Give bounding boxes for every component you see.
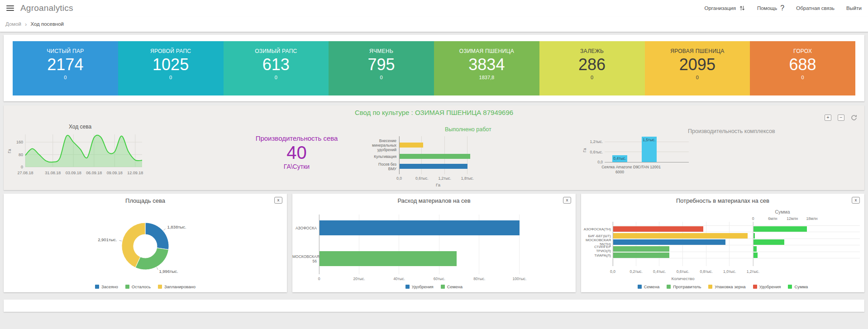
- area-plot: 08016027.08.1831.08.1803.09.1806.09.1809…: [10, 132, 146, 178]
- legend-swatch: [95, 285, 99, 289]
- breadcrumb: Домой › Ход посевной: [0, 16, 868, 32]
- complex-title: Производительность комплексов: [688, 128, 775, 134]
- y-tick-label: 160: [16, 140, 23, 144]
- qty-bar: [613, 253, 669, 258]
- zoom-in-button[interactable]: +: [825, 114, 831, 121]
- nav-help[interactable]: Помощь ?: [757, 4, 784, 12]
- tile-sub: 0: [750, 75, 855, 80]
- menu-icon[interactable]: [6, 5, 14, 11]
- legend-item[interactable]: Протравитель: [667, 284, 701, 289]
- legend-label: Семена: [644, 284, 660, 289]
- legend-swatch: [708, 285, 712, 289]
- legend-label: Осталось: [132, 284, 151, 289]
- refresh-icon: [851, 114, 857, 121]
- legend-label: Удобрения: [759, 284, 781, 289]
- kpi-tile[interactable]: ЗАЛЕЖЬ2860: [539, 41, 645, 95]
- tile-label: ЯРОВОЙ РАПС: [118, 48, 224, 54]
- consumption-legend: УдобренияСемена: [292, 284, 576, 289]
- nav-organization[interactable]: Организация: [705, 5, 745, 11]
- legend-item[interactable]: Упаковка зерна: [708, 284, 745, 289]
- x-axis-label: Га: [399, 182, 477, 187]
- tile-sub: 0: [645, 75, 750, 80]
- sum-bar: [754, 233, 755, 238]
- legend-swatch: [405, 285, 410, 289]
- x-tick-label: 0,2тыс.: [625, 269, 648, 274]
- legend-item[interactable]: Семена: [441, 284, 463, 289]
- qty-axis-label: Количество: [613, 276, 753, 281]
- legend-label: Упаковка зерна: [715, 284, 745, 289]
- legend-label: Запланировано: [164, 284, 196, 289]
- need-legend: СеменаПротравительУпаковка зернаУдобрени…: [581, 284, 864, 289]
- legend-swatch: [158, 285, 162, 289]
- x-tick-label: 06.09.18: [86, 171, 102, 175]
- kpi-tile[interactable]: ЯРОВОЙ РАПС10250: [118, 41, 224, 95]
- donut-slice: [145, 223, 169, 250]
- sum-bar: [754, 246, 757, 252]
- productivity-block: Производительность сева 40 ГА\Сутки: [243, 134, 350, 170]
- sum-tick-label: 6млн: [764, 216, 781, 221]
- tile-label: ЧИСТЫЙ ПАР: [13, 48, 118, 54]
- legend-swatch: [788, 285, 792, 289]
- nav-help-label: Помощь: [757, 5, 777, 11]
- kpi-tile[interactable]: ГОРОХ6880: [750, 41, 855, 95]
- legend-swatch: [667, 285, 671, 289]
- refresh-button[interactable]: [851, 114, 857, 121]
- tile-label: ЯРОВАЯ ПШЕНИЦА: [645, 48, 750, 54]
- kpi-tile[interactable]: ОЗИМЫЙ РАПС6130: [224, 41, 329, 95]
- legend-item[interactable]: Засеяно: [95, 284, 118, 289]
- legend-item[interactable]: Удобрения: [405, 284, 434, 289]
- app-title: Agroanalytics: [20, 3, 73, 13]
- kpi-tile[interactable]: ЧИСТЫЙ ПАР21740: [13, 41, 118, 95]
- tile-sub: 1837,8: [434, 75, 539, 80]
- tile-value: 795: [329, 55, 434, 74]
- legend-label: Протравитель: [673, 284, 701, 289]
- breadcrumb-current: Ход посевной: [30, 21, 64, 27]
- label-tick: [157, 267, 158, 270]
- category-label: БИГ-БЕГ(ШТ): [581, 234, 611, 238]
- close-button[interactable]: x: [274, 197, 282, 204]
- tile-value: 3834: [434, 55, 539, 74]
- x-tick-label: 40тыс.: [386, 277, 412, 281]
- category-label: МОСКОВСКАЯ 56: [292, 254, 317, 263]
- charts-row: Площадь сева x 1,838тыс.1,996тыс.2,901ты…: [4, 194, 864, 292]
- nav-feedback[interactable]: Обратная связь: [796, 5, 835, 11]
- x-tick-label: 12.09.18: [127, 171, 143, 175]
- productivity-value: 40: [243, 142, 350, 163]
- x-tick-label: 100тыс.: [507, 277, 532, 281]
- x-tick-label: 0,8тыс.: [695, 269, 718, 274]
- category-label: АЗОФОСКА(ТН): [581, 227, 611, 231]
- breadcrumb-home[interactable]: Домой: [5, 21, 21, 27]
- kpi-tile[interactable]: ОЗИМАЯ ПШЕНИЦА38341837,8: [434, 41, 539, 95]
- tile-label: ЯЧМЕНЬ: [329, 48, 434, 54]
- tile-sub: 0: [539, 75, 645, 80]
- slice-label: 1,996тыс.: [159, 269, 178, 274]
- legend-item[interactable]: Запланировано: [158, 284, 196, 289]
- sowing-progress-chart: Ход сева Га 08016027.08.1831.08.1803.09.…: [10, 124, 150, 189]
- legend-item[interactable]: Осталось: [125, 284, 151, 289]
- x-tick-label: 0,4тыс.: [648, 269, 671, 274]
- legend-item[interactable]: Семена: [638, 284, 660, 289]
- area-ylabel: Га: [7, 149, 12, 153]
- legend-label: Семена: [447, 284, 463, 289]
- category-label: Культивация: [371, 154, 396, 159]
- kpi-tile[interactable]: ЯРОВАЯ ПШЕНИЦА20950: [645, 41, 750, 95]
- area-chart-title: Ход сева: [10, 124, 150, 130]
- legend-item[interactable]: Удобрения: [753, 284, 781, 289]
- bar: [400, 143, 423, 148]
- zoom-out-button[interactable]: −: [838, 114, 844, 121]
- qty-bar: [613, 233, 748, 238]
- category-label: Внесение минеральных удобрений: [371, 138, 396, 152]
- question-mark-icon: ?: [780, 4, 784, 12]
- sum-tick-label: 18млн: [804, 216, 820, 221]
- kpi-tiles-card: ЧИСТЫЙ ПАР21740ЯРОВОЙ РАПС10250ОЗИМЫЙ РА…: [4, 35, 864, 101]
- legend-item[interactable]: Сумма: [788, 284, 808, 289]
- nav-logout[interactable]: Выйти: [846, 5, 862, 11]
- x-tick-label: 0,6тыс.: [410, 176, 433, 181]
- x-tick-label: 1,8тыс.: [456, 176, 479, 181]
- tile-label: ЗАЛЕЖЬ: [539, 48, 645, 54]
- row-separator: [613, 258, 860, 258]
- consumption-chart: 020тыс.40тыс.60тыс.80тыс.100тыс.АЗОФОСКА…: [292, 194, 576, 292]
- sum-tick-label: 0: [745, 216, 761, 221]
- sum-bar: [754, 239, 784, 245]
- kpi-tile[interactable]: ЯЧМЕНЬ7950: [329, 41, 434, 95]
